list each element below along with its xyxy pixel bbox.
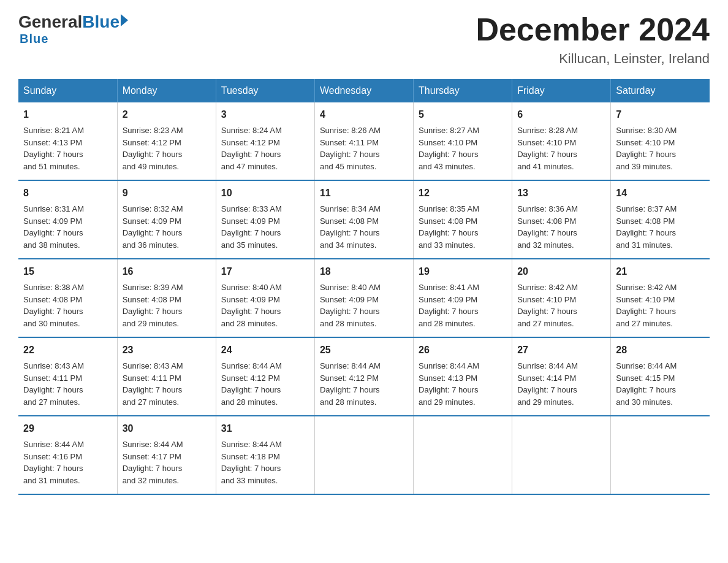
logo-text: General Blue <box>18 12 128 32</box>
day-info: Sunrise: 8:42 AMSunset: 4:10 PMDaylight:… <box>616 282 705 329</box>
day-number: 25 <box>320 343 408 358</box>
day-number: 21 <box>616 264 705 279</box>
calendar-cell: 11 Sunrise: 8:34 AMSunset: 4:08 PMDaylig… <box>314 180 413 259</box>
calendar-cell: 4 Sunrise: 8:26 AMSunset: 4:11 PMDayligh… <box>314 102 413 180</box>
calendar-cell: 8 Sunrise: 8:31 AMSunset: 4:09 PMDayligh… <box>18 180 117 259</box>
calendar-week-row: 8 Sunrise: 8:31 AMSunset: 4:09 PMDayligh… <box>18 180 710 259</box>
calendar-cell <box>512 416 611 494</box>
day-info: Sunrise: 8:21 AMSunset: 4:13 PMDaylight:… <box>23 124 112 172</box>
calendar-cell: 14 Sunrise: 8:37 AMSunset: 4:08 PMDaylig… <box>611 180 710 259</box>
header-monday: Monday <box>117 79 216 102</box>
day-number: 12 <box>419 186 507 201</box>
day-number: 19 <box>419 264 507 279</box>
calendar-cell: 7 Sunrise: 8:30 AMSunset: 4:10 PMDayligh… <box>611 102 710 180</box>
day-number: 3 <box>221 107 309 122</box>
day-info: Sunrise: 8:43 AMSunset: 4:11 PMDaylight:… <box>123 360 211 408</box>
day-info: Sunrise: 8:38 AMSunset: 4:08 PMDaylight:… <box>23 282 112 329</box>
day-info: Sunrise: 8:24 AMSunset: 4:12 PMDaylight:… <box>221 124 309 172</box>
calendar-cell: 28 Sunrise: 8:44 AMSunset: 4:15 PMDaylig… <box>611 337 710 416</box>
day-number: 29 <box>23 421 112 436</box>
calendar-cell <box>414 416 512 494</box>
header-friday: Friday <box>512 79 611 102</box>
day-number: 8 <box>23 186 112 201</box>
day-number: 15 <box>23 264 112 279</box>
day-info: Sunrise: 8:33 AMSunset: 4:09 PMDaylight:… <box>221 203 309 251</box>
day-number: 2 <box>123 107 211 122</box>
day-info: Sunrise: 8:41 AMSunset: 4:09 PMDaylight:… <box>419 282 507 329</box>
calendar-cell: 13 Sunrise: 8:36 AMSunset: 4:08 PMDaylig… <box>512 180 611 259</box>
day-info: Sunrise: 8:42 AMSunset: 4:10 PMDaylight:… <box>517 282 605 329</box>
day-number: 10 <box>221 186 309 201</box>
day-number: 16 <box>123 264 211 279</box>
day-number: 28 <box>616 343 705 358</box>
day-info: Sunrise: 8:23 AMSunset: 4:12 PMDaylight:… <box>123 124 211 172</box>
logo-underline: Blue <box>20 32 48 46</box>
calendar-cell: 30 Sunrise: 8:44 AMSunset: 4:17 PMDaylig… <box>117 416 216 494</box>
calendar-cell: 6 Sunrise: 8:28 AMSunset: 4:10 PMDayligh… <box>512 102 611 180</box>
calendar-cell: 1 Sunrise: 8:21 AMSunset: 4:13 PMDayligh… <box>18 102 117 180</box>
calendar-cell: 2 Sunrise: 8:23 AMSunset: 4:12 PMDayligh… <box>117 102 216 180</box>
day-number: 20 <box>517 264 605 279</box>
calendar-cell: 12 Sunrise: 8:35 AMSunset: 4:08 PMDaylig… <box>414 180 512 259</box>
calendar-cell: 15 Sunrise: 8:38 AMSunset: 4:08 PMDaylig… <box>18 259 117 337</box>
calendar-cell: 5 Sunrise: 8:27 AMSunset: 4:10 PMDayligh… <box>414 102 512 180</box>
page-header: General Blue Blue December 2024 Killucan… <box>18 12 710 67</box>
day-info: Sunrise: 8:43 AMSunset: 4:11 PMDaylight:… <box>23 360 112 408</box>
calendar-cell: 24 Sunrise: 8:44 AMSunset: 4:12 PMDaylig… <box>216 337 314 416</box>
day-info: Sunrise: 8:39 AMSunset: 4:08 PMDaylight:… <box>123 282 211 329</box>
day-number: 7 <box>616 107 705 122</box>
day-number: 14 <box>616 186 705 201</box>
calendar-table: SundayMondayTuesdayWednesdayThursdayFrid… <box>18 79 710 495</box>
day-info: Sunrise: 8:31 AMSunset: 4:09 PMDaylight:… <box>23 203 112 251</box>
calendar-cell: 26 Sunrise: 8:44 AMSunset: 4:13 PMDaylig… <box>414 337 512 416</box>
day-number: 27 <box>517 343 605 358</box>
day-number: 31 <box>221 421 309 436</box>
title-section: December 2024 Killucan, Leinster, Irelan… <box>476 12 710 67</box>
day-number: 17 <box>221 264 309 279</box>
logo: General Blue Blue <box>18 12 128 46</box>
day-number: 1 <box>23 107 112 122</box>
day-info: Sunrise: 8:44 AMSunset: 4:12 PMDaylight:… <box>320 360 408 408</box>
day-number: 4 <box>320 107 408 122</box>
calendar-week-row: 22 Sunrise: 8:43 AMSunset: 4:11 PMDaylig… <box>18 337 710 416</box>
calendar-cell: 31 Sunrise: 8:44 AMSunset: 4:18 PMDaylig… <box>216 416 314 494</box>
header-tuesday: Tuesday <box>216 79 314 102</box>
day-info: Sunrise: 8:27 AMSunset: 4:10 PMDaylight:… <box>419 124 507 172</box>
calendar-week-row: 29 Sunrise: 8:44 AMSunset: 4:16 PMDaylig… <box>18 416 710 494</box>
header-thursday: Thursday <box>414 79 512 102</box>
day-number: 18 <box>320 264 408 279</box>
calendar-cell: 29 Sunrise: 8:44 AMSunset: 4:16 PMDaylig… <box>18 416 117 494</box>
day-info: Sunrise: 8:37 AMSunset: 4:08 PMDaylight:… <box>616 203 705 251</box>
calendar-cell: 25 Sunrise: 8:44 AMSunset: 4:12 PMDaylig… <box>314 337 413 416</box>
day-info: Sunrise: 8:44 AMSunset: 4:15 PMDaylight:… <box>616 360 705 408</box>
day-info: Sunrise: 8:34 AMSunset: 4:08 PMDaylight:… <box>320 203 408 251</box>
calendar-week-row: 15 Sunrise: 8:38 AMSunset: 4:08 PMDaylig… <box>18 259 710 337</box>
day-number: 24 <box>221 343 309 358</box>
month-title: December 2024 <box>476 12 710 47</box>
calendar-cell: 27 Sunrise: 8:44 AMSunset: 4:14 PMDaylig… <box>512 337 611 416</box>
day-number: 9 <box>123 186 211 201</box>
day-info: Sunrise: 8:26 AMSunset: 4:11 PMDaylight:… <box>320 124 408 172</box>
day-info: Sunrise: 8:44 AMSunset: 4:12 PMDaylight:… <box>221 360 309 408</box>
day-info: Sunrise: 8:35 AMSunset: 4:08 PMDaylight:… <box>419 203 507 251</box>
day-info: Sunrise: 8:44 AMSunset: 4:17 PMDaylight:… <box>123 439 211 486</box>
day-info: Sunrise: 8:32 AMSunset: 4:09 PMDaylight:… <box>123 203 211 251</box>
calendar-header-row: SundayMondayTuesdayWednesdayThursdayFrid… <box>18 79 710 102</box>
day-info: Sunrise: 8:28 AMSunset: 4:10 PMDaylight:… <box>517 124 605 172</box>
header-saturday: Saturday <box>611 79 710 102</box>
calendar-cell: 19 Sunrise: 8:41 AMSunset: 4:09 PMDaylig… <box>414 259 512 337</box>
calendar-cell: 23 Sunrise: 8:43 AMSunset: 4:11 PMDaylig… <box>117 337 216 416</box>
calendar-cell: 21 Sunrise: 8:42 AMSunset: 4:10 PMDaylig… <box>611 259 710 337</box>
day-info: Sunrise: 8:44 AMSunset: 4:16 PMDaylight:… <box>23 439 112 486</box>
day-info: Sunrise: 8:44 AMSunset: 4:14 PMDaylight:… <box>517 360 605 408</box>
calendar-cell: 20 Sunrise: 8:42 AMSunset: 4:10 PMDaylig… <box>512 259 611 337</box>
logo-general: General <box>18 12 82 32</box>
header-sunday: Sunday <box>18 79 117 102</box>
calendar-week-row: 1 Sunrise: 8:21 AMSunset: 4:13 PMDayligh… <box>18 102 710 180</box>
calendar-cell: 9 Sunrise: 8:32 AMSunset: 4:09 PMDayligh… <box>117 180 216 259</box>
calendar-cell: 3 Sunrise: 8:24 AMSunset: 4:12 PMDayligh… <box>216 102 314 180</box>
day-info: Sunrise: 8:44 AMSunset: 4:13 PMDaylight:… <box>419 360 507 408</box>
calendar-cell: 16 Sunrise: 8:39 AMSunset: 4:08 PMDaylig… <box>117 259 216 337</box>
calendar-cell: 17 Sunrise: 8:40 AMSunset: 4:09 PMDaylig… <box>216 259 314 337</box>
day-info: Sunrise: 8:30 AMSunset: 4:10 PMDaylight:… <box>616 124 705 172</box>
